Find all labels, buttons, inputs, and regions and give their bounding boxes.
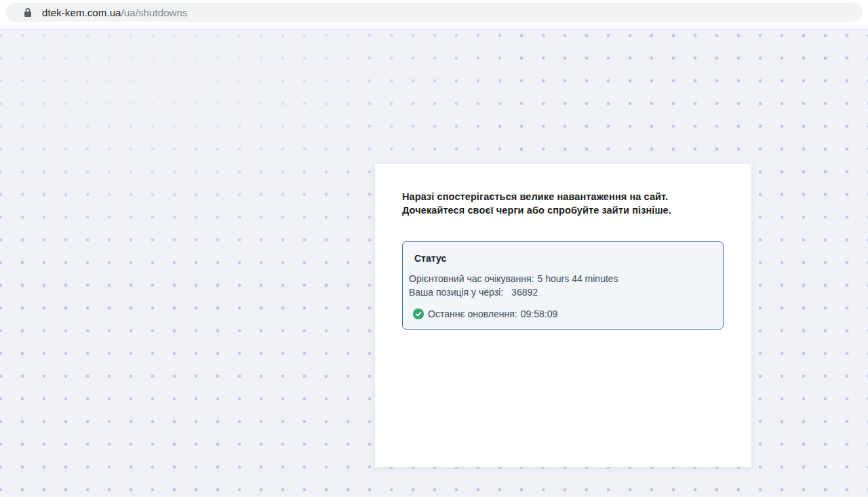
page-background: Наразі спостерігається велике навантажен… bbox=[0, 28, 868, 497]
overload-message-line2: Дочекайтеся своєї черги або спробуйте за… bbox=[402, 203, 724, 217]
last-update-value: 09:58:09 bbox=[521, 309, 558, 319]
url-path: /ua/shutdowns bbox=[121, 7, 188, 18]
wait-time-value: 5 hours 44 minutes bbox=[538, 273, 618, 284]
status-title: Статус bbox=[409, 252, 711, 265]
last-update-row: Останнє оновлення:09:58:09 bbox=[409, 307, 711, 321]
overload-message-line1: Наразі спостерігається велике навантажен… bbox=[402, 190, 724, 203]
check-circle-icon bbox=[413, 309, 424, 319]
wait-time-label: Орієнтовний час очікування: bbox=[409, 273, 534, 284]
queue-card: Наразі спостерігається велике навантажен… bbox=[375, 164, 751, 467]
browser-chrome: dtek-kem.com.ua/ua/shutdowns bbox=[0, 0, 868, 27]
wait-time-row: Орієнтовний час очікування:5 hours 44 mi… bbox=[409, 272, 711, 285]
queue-position-label: Ваша позиція у черзі: bbox=[409, 287, 503, 298]
last-update-label: Останнє оновлення: bbox=[428, 309, 517, 319]
overload-message: Наразі спостерігається велике навантажен… bbox=[402, 190, 724, 217]
url-host: dtek-kem.com.ua bbox=[42, 7, 121, 18]
queue-position-value: 36892 bbox=[511, 287, 538, 298]
lock-icon[interactable] bbox=[24, 7, 32, 18]
status-panel: Статус Орієнтовний час очікування:5 hour… bbox=[402, 241, 724, 330]
last-update-text: Останнє оновлення:09:58:09 bbox=[428, 307, 557, 321]
address-bar[interactable]: dtek-kem.com.ua/ua/shutdowns bbox=[5, 3, 863, 22]
queue-position-row: Ваша позиція у черзі:36892 bbox=[409, 285, 711, 299]
url-text: dtek-kem.com.ua/ua/shutdowns bbox=[42, 7, 188, 18]
